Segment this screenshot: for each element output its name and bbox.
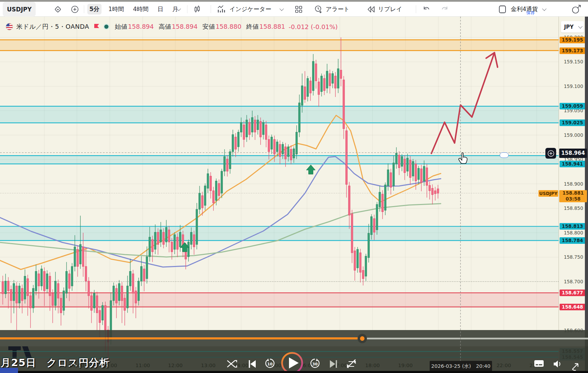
video-progress-remaining[interactable] [367,338,588,339]
candle-body [370,216,372,234]
shuffle-icon[interactable] [226,359,238,369]
candle-body [126,286,128,308]
previous-icon[interactable] [247,359,257,368]
replay-button[interactable]: リプレイ [367,2,402,17]
candle-body [246,120,247,137]
zone-fill [0,293,559,307]
crosshair-add-alert-button[interactable] [545,148,556,159]
repeat-off-icon[interactable] [346,358,357,369]
chart-canvas[interactable] [0,0,588,373]
candle-body [368,233,369,258]
last-price-label: 158.881 03:58 [559,190,587,202]
candle-body [406,158,408,171]
video-progress-knob[interactable] [358,334,367,343]
time-tick: 13:00 [201,363,216,368]
currency-selector[interactable]: JPY [561,21,584,33]
candle-body [7,281,9,291]
candle-body [52,293,53,305]
candle-body [348,186,350,215]
candle-body [160,230,161,242]
video-progress-played[interactable] [0,337,360,339]
redo-icon[interactable] [440,2,449,17]
candle-body [74,247,76,266]
candle-body [179,232,181,247]
timeframe-dropdown-chevron[interactable] [175,2,180,17]
candle-body [293,149,295,158]
candle-body [243,125,245,139]
undo-icon[interactable] [422,2,431,17]
main-toolbar: USDJPY 5分1時間4時間日月 インジケーター アラート リ [0,2,588,17]
video-chapter-marker[interactable] [0,368,18,373]
price-tick: 159.150 [559,59,585,65]
fullscreen-icon[interactable] [570,361,581,372]
timeframe-button-日[interactable]: 日 [156,4,166,15]
candle-body [401,157,403,166]
candle-body [384,185,386,210]
subtitles-icon[interactable] [534,359,544,368]
candle-body [171,242,173,252]
candle-body [132,274,134,293]
status-dot-icon [103,23,110,30]
next-icon[interactable] [328,359,339,368]
candle-body [218,184,220,196]
candle-body [290,149,292,160]
level-price-label: 158.648 [560,304,585,310]
candle-body [163,232,164,245]
candle-body [13,284,15,301]
symbol-search-icon[interactable] [54,2,62,17]
candle-body [337,69,339,88]
candle-body [168,230,170,242]
candle-body [223,157,225,171]
quick-search-icon[interactable] [571,2,581,17]
candle-body [138,281,139,301]
timeframe-button-4時間[interactable]: 4時間 [131,4,151,15]
volume-icon[interactable] [552,359,563,368]
candle-body [309,81,311,93]
candle-body [354,251,356,270]
symbol-title[interactable]: 米ドル／円・5・OANDA [16,23,89,31]
candle-body [2,282,3,294]
symbol-button[interactable]: USDJPY [3,2,36,17]
price-axis[interactable]: JPY 159.200159.150159.100159.050159.0001… [559,17,585,330]
price-zone[interactable] [0,293,559,307]
candle-body [332,73,333,83]
toolbar-separator [187,5,187,13]
flag-marker-icon[interactable] [94,23,99,30]
time-tick: 12:00 [168,363,183,368]
change-value: -0.012 (-0.01%) [289,23,337,30]
ohlc-field-value: 158.880 [216,23,241,30]
candle-body [79,245,81,264]
indicators-button[interactable]: インジケーター [217,2,283,17]
price-zone[interactable] [0,227,559,241]
alert-button[interactable]: アラート [314,2,350,17]
rewind-10-icon[interactable]: 10 [264,358,276,369]
candle-body [16,286,17,303]
crosshair-time-label: 2026-03-25 (水) 20:40 [430,361,492,372]
timeframe-button-5分[interactable]: 5分 [87,4,102,15]
toolbar-separator [416,5,416,13]
level-price-label: 159.025 [560,119,585,126]
timeframe-button-1時間[interactable]: 1時間 [106,4,126,15]
save-button[interactable]: 保存 [526,10,535,16]
price-tick: 159.000 [559,132,585,139]
forward-30-icon[interactable]: 30 [309,358,321,369]
candle-body [296,132,297,154]
candle-body [71,266,73,286]
line-drag-handle[interactable] [500,152,509,158]
layout-grid-icon[interactable] [295,2,303,17]
chart-style-icon[interactable] [193,2,202,17]
level-price-label: 158.941 [560,161,585,167]
play-button[interactable] [281,352,304,373]
timeframe-group: 5分1時間4時間日月 [87,2,185,17]
candle-body [201,196,203,208]
compare-add-icon[interactable] [71,2,79,17]
price-zone[interactable] [0,156,559,164]
price-zone[interactable] [0,40,559,51]
candle-body [29,296,31,308]
time-tick: 19:00 [398,363,413,368]
candle-body [43,271,45,291]
candle-body [379,192,380,207]
layout-checkbox[interactable] [498,2,507,17]
candle-body [287,147,289,157]
candle-body [343,80,344,129]
